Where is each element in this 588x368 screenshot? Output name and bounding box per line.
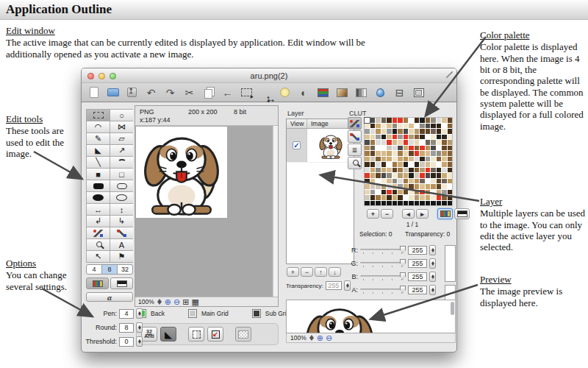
- clut-color-cell[interactable]: [420, 118, 425, 123]
- clut-color-cell[interactable]: [420, 124, 425, 129]
- clut-color-cell[interactable]: [392, 124, 398, 129]
- clut-next-button[interactable]: ▸: [416, 209, 429, 219]
- clut-color-cell[interactable]: [398, 201, 403, 206]
- clut-color-cell[interactable]: [398, 179, 403, 184]
- contrast-icon[interactable]: ◐: [296, 85, 312, 100]
- flip-horizontal-tool[interactable]: ↔: [87, 204, 110, 215]
- clut-color-cell[interactable]: [448, 151, 453, 156]
- clut-color-cell[interactable]: [387, 162, 392, 167]
- clut-color-cell[interactable]: [448, 184, 453, 189]
- clut-color-cell[interactable]: [398, 140, 403, 145]
- clut-color-cell[interactable]: [365, 157, 370, 162]
- dashed-selection-button[interactable]: [188, 327, 204, 342]
- clut-color-cell[interactable]: [426, 146, 431, 151]
- clut-color-cell[interactable]: [387, 201, 392, 206]
- curve-tool[interactable]: [110, 157, 133, 168]
- clut-color-cell[interactable]: [398, 118, 403, 123]
- clut-color-cell[interactable]: [392, 195, 398, 200]
- clut-color-cell[interactable]: [376, 173, 381, 178]
- preview-pane[interactable]: [286, 300, 456, 333]
- move-selection-tool[interactable]: [87, 227, 110, 238]
- clut-color-cell[interactable]: [365, 140, 370, 145]
- mountain-tool-button[interactable]: ◣: [160, 327, 176, 342]
- clut-color-cell[interactable]: [381, 129, 387, 134]
- channel-value-field[interactable]: 255: [408, 246, 427, 255]
- clut-color-cell[interactable]: [381, 179, 387, 184]
- channel-stepper[interactable]: [429, 272, 436, 282]
- clut-color-cell[interactable]: [437, 129, 442, 134]
- clut-color-cell[interactable]: [404, 118, 409, 123]
- clut-color-cell[interactable]: [426, 118, 431, 123]
- clut-color-cell[interactable]: [426, 201, 431, 206]
- clut-color-cell[interactable]: [392, 184, 398, 189]
- clut-color-cell[interactable]: [381, 162, 387, 167]
- clut-color-cell[interactable]: [370, 157, 376, 162]
- roundrect-tool[interactable]: [110, 180, 133, 191]
- clut-color-cell[interactable]: [431, 146, 436, 151]
- clut-color-cell[interactable]: [431, 129, 436, 134]
- clut-color-cell[interactable]: [381, 173, 387, 178]
- clut-color-cell[interactable]: [381, 184, 387, 189]
- clut-color-cell[interactable]: [365, 135, 370, 140]
- option-stepper[interactable]: [136, 336, 143, 347]
- clut-color-cell[interactable]: [409, 135, 414, 140]
- clut-color-cell[interactable]: [420, 173, 425, 178]
- channel-slider[interactable]: [360, 259, 406, 268]
- clut-color-cell[interactable]: [442, 157, 447, 162]
- clut-color-cell[interactable]: [442, 135, 447, 140]
- clut-color-cell[interactable]: [426, 168, 431, 173]
- clut-color-cell[interactable]: [437, 168, 442, 173]
- clut-color-cell[interactable]: [448, 118, 453, 123]
- clut-color-cell[interactable]: [426, 173, 431, 178]
- clut-color-cell[interactable]: [381, 124, 387, 129]
- clut-color-cell[interactable]: [365, 146, 370, 151]
- clut-color-cell[interactable]: [420, 135, 425, 140]
- clut-color-cell[interactable]: [448, 179, 453, 184]
- clut-color-cell[interactable]: [404, 179, 409, 184]
- save-icon[interactable]: [124, 85, 140, 100]
- sub-grid-icon[interactable]: ▦: [191, 298, 198, 306]
- clut-color-cell[interactable]: [431, 151, 436, 156]
- pencil-tool[interactable]: ✎: [87, 133, 110, 144]
- select-rect-tool[interactable]: [87, 110, 110, 121]
- clut-color-cell[interactable]: [442, 129, 447, 134]
- flag-pointer-tool[interactable]: ⚑: [110, 251, 133, 262]
- clut-color-cell[interactable]: [448, 140, 453, 145]
- undo-icon[interactable]: ↶: [143, 85, 159, 100]
- clut-color-cell[interactable]: [376, 162, 381, 167]
- layer-row[interactable]: ✓: [287, 129, 354, 163]
- zoom-tool[interactable]: [87, 239, 110, 250]
- fill-bucket-tool[interactable]: ◣: [87, 145, 110, 156]
- clut-color-cell[interactable]: [376, 195, 381, 200]
- clut-color-cell[interactable]: [392, 201, 398, 206]
- color-palette-mode-button[interactable]: [86, 277, 109, 289]
- clut-color-cell[interactable]: [370, 168, 376, 173]
- clut-color-cell[interactable]: [409, 157, 414, 162]
- clut-color-cell[interactable]: [404, 168, 409, 173]
- clut-color-cell[interactable]: [381, 146, 387, 151]
- clut-color-cell[interactable]: [426, 124, 431, 129]
- open-icon[interactable]: [105, 85, 121, 100]
- clut-color-cell[interactable]: [415, 201, 420, 206]
- clut-color-cell[interactable]: [415, 195, 420, 200]
- clut-color-cell[interactable]: [370, 201, 376, 206]
- clut-color-cell[interactable]: [392, 157, 398, 162]
- layer-remove-button[interactable]: −: [301, 267, 313, 277]
- clut-color-cell[interactable]: [365, 179, 370, 184]
- clut-color-cell[interactable]: [370, 124, 376, 129]
- clut-color-cell[interactable]: [409, 129, 414, 134]
- clut-color-cell[interactable]: [442, 124, 447, 129]
- layer-up-button[interactable]: ↑: [315, 267, 327, 277]
- clut-color-cell[interactable]: [426, 184, 431, 189]
- clut-color-cell[interactable]: [370, 135, 376, 140]
- layer-visible-checkbox[interactable]: ✓: [293, 141, 301, 149]
- split-panel-icon[interactable]: ⊟: [392, 85, 407, 100]
- clut-color-cell[interactable]: [409, 201, 414, 206]
- clut-color-cell[interactable]: [409, 173, 414, 178]
- clut-color-cell[interactable]: [409, 151, 414, 156]
- clut-color-cell[interactable]: [387, 157, 392, 162]
- rotate-left-tool[interactable]: ↲: [87, 216, 110, 227]
- zoom-in-icon[interactable]: ⊕: [165, 298, 171, 306]
- clut-color-cell[interactable]: [437, 195, 442, 200]
- clut-color-cell[interactable]: [376, 124, 381, 129]
